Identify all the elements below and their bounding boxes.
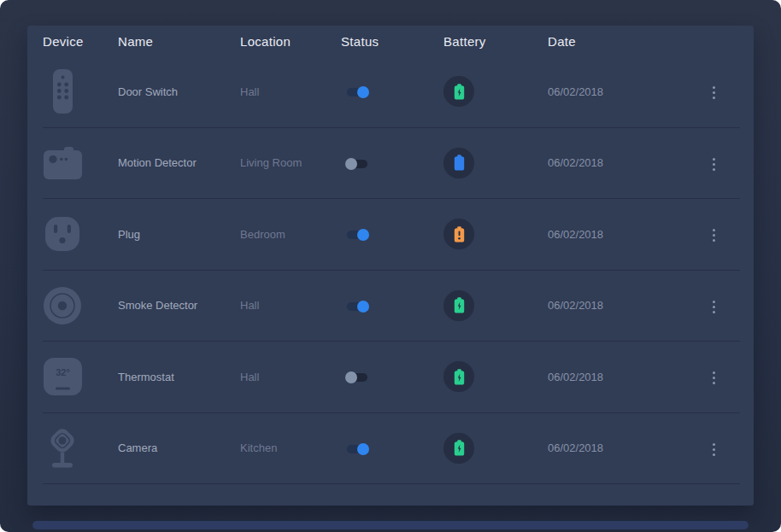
menu-cell [706,150,740,176]
battery-charging-icon [454,369,465,385]
column-header-date: Date [548,34,706,49]
toggle-knob-icon [357,229,369,241]
status-toggle[interactable] [347,302,367,311]
device-name: Thermostat [118,371,240,383]
device-icon [43,423,82,474]
toggle-knob-icon [357,86,369,98]
column-header-name: Name [118,34,240,49]
row-menu-button[interactable] [706,153,722,176]
status-toggle[interactable] [347,231,367,239]
status-cell [341,371,443,383]
device-name: Motion Detector [118,156,240,169]
menu-cell [706,221,740,247]
device-icon-cell [43,137,118,189]
bottom-accent-bar [32,521,749,529]
device-date: 06/02/2018 [548,299,706,312]
battery-cell [443,219,548,249]
battery-indicator [443,219,474,249]
battery-charging-icon [454,440,465,456]
menu-cell [706,364,740,389]
motion-detector-icon [44,147,82,179]
battery-cell [443,76,548,107]
battery-indicator [443,76,474,107]
door-switch-remote-icon [53,69,73,114]
status-cell [341,156,443,169]
battery-cell [443,290,548,321]
toggle-knob-icon [357,443,369,455]
device-date: 06/02/2018 [548,228,706,241]
column-header-device: Device [43,34,118,49]
status-cell [341,228,443,241]
devices-panel: Device Name Location Status Battery Date… [27,26,754,506]
battery-charging-icon [454,297,465,313]
camera-icon [44,426,81,471]
column-header-status: Status [341,34,443,49]
device-icon [43,280,82,331]
toggle-knob-icon [345,158,357,170]
row-menu-button[interactable] [706,81,722,104]
row-menu-button[interactable] [706,295,722,319]
status-toggle[interactable] [347,373,367,382]
battery-cell [443,361,548,392]
app-background: Device Name Location Status Battery Date… [0,0,781,532]
row-menu-button[interactable] [706,438,722,461]
device-row: Motion Detector Living Room 06/02/2018 [43,128,740,200]
toggle-knob-icon [357,301,369,313]
device-icon-cell [43,66,118,117]
menu-cell [706,436,740,461]
status-cell [341,85,443,98]
device-name: Camera [118,441,240,454]
device-row: 32° Thermostat Hall 06/02/2018 [43,342,740,413]
battery-charging-icon [454,84,465,100]
device-name: Plug [118,228,240,241]
device-rows: Door Switch Hall 06/02/2018 Motion Detec… [27,56,754,484]
device-icon [43,66,82,117]
device-date: 06/02/2018 [548,371,706,383]
row-menu-button[interactable] [706,366,722,389]
smoke-detector-icon [44,287,81,324]
device-icon-cell [43,280,118,331]
device-row: Smoke Detector Hall 06/02/2018 [43,271,740,342]
device-icon-cell [43,208,118,260]
battery-cell [443,433,548,464]
svg-text:32°: 32° [56,367,70,377]
device-date: 06/02/2018 [548,441,706,454]
battery-cell [443,148,548,178]
device-location: Hall [240,299,341,312]
toggle-knob-icon [345,371,357,383]
device-row: Plug Bedroom 06/02/2018 [43,199,740,271]
plug-outlet-icon [45,217,79,251]
battery-indicator [443,433,474,464]
device-row: Camera Kitchen 06/02/2018 [43,413,740,485]
device-icon: 32° [43,351,82,402]
thermostat-icon: 32° [44,358,82,395]
device-name: Door Switch [118,85,240,98]
device-location: Hall [240,85,341,98]
column-header-battery: Battery [443,34,548,49]
column-header-location: Location [240,34,341,49]
device-icon [43,208,82,260]
table-header: Device Name Location Status Battery Date [27,26,754,56]
battery-indicator [443,361,474,392]
device-location: Living Room [240,156,341,169]
menu-cell [706,293,740,319]
status-cell [341,299,443,312]
battery-low-icon [454,226,465,243]
device-name: Smoke Detector [118,299,240,312]
device-location: Hall [240,371,341,383]
device-date: 06/02/2018 [548,156,706,169]
battery-indicator [443,290,474,321]
device-location: Bedroom [240,228,341,241]
device-date: 06/02/2018 [548,85,706,98]
status-toggle[interactable] [347,88,367,96]
device-icon-cell: 32° [43,351,118,402]
device-row: Door Switch Hall 06/02/2018 [43,56,740,128]
device-location: Kitchen [240,441,341,454]
battery-full-icon [454,155,465,171]
device-icon-cell [43,423,118,474]
row-menu-button[interactable] [706,224,722,247]
device-icon [43,137,82,189]
status-cell [341,441,443,454]
status-toggle[interactable] [347,160,367,168]
status-toggle[interactable] [347,445,367,453]
